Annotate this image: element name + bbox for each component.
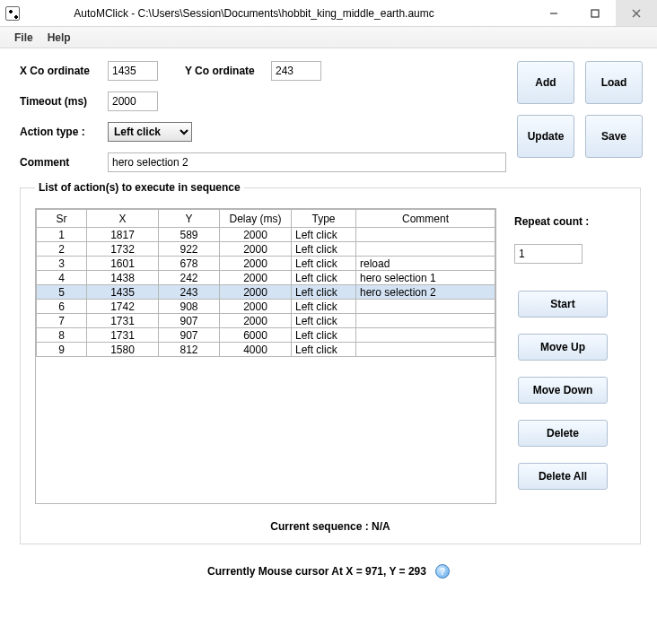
col-type: Type: [292, 210, 356, 228]
cell-type: Left click: [292, 271, 356, 285]
cell-x: 1731: [87, 328, 159, 343]
cursor-status: Currently Mouse cursor At X = 971, Y = 2…: [207, 565, 426, 578]
comment-label: Comment: [20, 156, 108, 169]
timeout-label: Timeout (ms): [20, 95, 108, 108]
cell-y: 242: [159, 271, 220, 285]
col-y: Y: [159, 210, 220, 228]
table-row[interactable]: 118175892000Left click: [37, 228, 495, 242]
delete-button[interactable]: Delete: [518, 420, 608, 447]
cell-y: 908: [159, 300, 220, 314]
cell-delay: 2000: [220, 228, 292, 242]
cell-x: 1601: [87, 257, 159, 271]
save-button[interactable]: Save: [585, 115, 643, 158]
cell-x: 1817: [87, 228, 159, 242]
cell-type: Left click: [292, 328, 356, 343]
cell-type: Left click: [292, 242, 356, 257]
update-button[interactable]: Update: [517, 115, 574, 158]
cell-y: 678: [159, 257, 220, 271]
cell-x: 1732: [87, 242, 159, 257]
repeat-input[interactable]: [514, 244, 583, 264]
cell-delay: 4000: [220, 343, 292, 357]
table-row[interactable]: 617429082000Left click: [37, 300, 495, 314]
table-row[interactable]: 217329222000Left click: [37, 242, 495, 257]
cell-sr: 2: [37, 242, 87, 257]
table-row[interactable]: 316016782000Left clickreload: [37, 257, 495, 271]
cell-comment: [356, 228, 495, 242]
table-row[interactable]: 817319076000Left click: [37, 328, 495, 343]
move-down-button[interactable]: Move Down: [518, 377, 608, 404]
col-comment: Comment: [356, 210, 495, 228]
window-title: AutoMClick - C:\Users\Session\Documents\…: [0, 7, 533, 20]
cell-type: Left click: [292, 228, 356, 242]
load-button[interactable]: Load: [585, 61, 643, 104]
cell-sr: 5: [37, 285, 87, 300]
cell-x: 1435: [87, 285, 159, 300]
cell-comment: reload: [356, 257, 495, 271]
col-x: X: [87, 210, 159, 228]
cell-type: Left click: [292, 285, 356, 300]
cell-x: 1742: [87, 300, 159, 314]
x-input[interactable]: [108, 61, 158, 81]
cell-type: Left click: [292, 300, 356, 314]
menu-file[interactable]: File: [7, 31, 40, 44]
action-list-legend: List of action(s) to execute in sequence: [35, 181, 244, 194]
cell-x: 1731: [87, 314, 159, 328]
cell-sr: 1: [37, 228, 87, 242]
cell-y: 922: [159, 242, 220, 257]
table-header-row: Sr X Y Delay (ms) Type Comment: [37, 210, 495, 228]
action-label: Action type :: [20, 126, 108, 138]
cell-type: Left click: [292, 343, 356, 357]
action-table-wrap: Sr X Y Delay (ms) Type Comment 118175892…: [35, 208, 496, 504]
repeat-label: Repeat count :: [514, 215, 626, 228]
cell-sr: 4: [37, 271, 87, 285]
cell-y: 812: [159, 343, 220, 357]
cell-sr: 6: [37, 300, 87, 314]
cell-sr: 7: [37, 314, 87, 328]
cell-y: 243: [159, 285, 220, 300]
comment-input[interactable]: [108, 152, 506, 172]
cell-y: 589: [159, 228, 220, 242]
cursor-status-line: Currently Mouse cursor At X = 971, Y = 2…: [0, 564, 657, 579]
cell-delay: 2000: [220, 285, 292, 300]
minimize-button[interactable]: [533, 0, 574, 26]
window-buttons: [533, 0, 657, 26]
cell-sr: 3: [37, 257, 87, 271]
cell-delay: 2000: [220, 300, 292, 314]
delete-all-button[interactable]: Delete All: [518, 463, 608, 490]
menu-help[interactable]: Help: [40, 31, 78, 44]
title-bar: AutoMClick - C:\Users\Session\Documents\…: [0, 0, 657, 27]
y-input[interactable]: [271, 61, 321, 81]
y-label: Y Co ordinate: [185, 65, 271, 77]
help-icon[interactable]: ?: [435, 564, 450, 579]
col-delay: Delay (ms): [220, 210, 292, 228]
cell-type: Left click: [292, 257, 356, 271]
svg-rect-1: [591, 10, 599, 17]
col-sr: Sr: [37, 210, 87, 228]
cell-comment: [356, 314, 495, 328]
close-button[interactable]: [616, 0, 657, 26]
cell-delay: 2000: [220, 314, 292, 328]
cell-comment: [356, 300, 495, 314]
cell-comment: hero selection 2: [356, 285, 495, 300]
maximize-button[interactable]: [574, 0, 616, 26]
action-list-group: List of action(s) to execute in sequence…: [20, 181, 641, 544]
add-button[interactable]: Add: [517, 61, 574, 104]
action-type-select[interactable]: Left click: [108, 122, 192, 142]
cell-delay: 2000: [220, 257, 292, 271]
timeout-input[interactable]: [108, 91, 158, 111]
cell-delay: 2000: [220, 271, 292, 285]
table-row[interactable]: 915808124000Left click: [37, 343, 495, 357]
cell-delay: 6000: [220, 328, 292, 343]
move-up-button[interactable]: Move Up: [518, 334, 608, 361]
menu-bar: File Help: [0, 27, 657, 48]
x-label: X Co ordinate: [20, 65, 108, 77]
cell-comment: hero selection 1: [356, 271, 495, 285]
action-table[interactable]: Sr X Y Delay (ms) Type Comment 118175892…: [36, 209, 495, 357]
cell-delay: 2000: [220, 242, 292, 257]
table-row[interactable]: 514352432000Left clickhero selection 2: [37, 285, 495, 300]
cell-y: 907: [159, 328, 220, 343]
cell-type: Left click: [292, 314, 356, 328]
start-button[interactable]: Start: [518, 291, 608, 318]
table-row[interactable]: 414382422000Left clickhero selection 1: [37, 271, 495, 285]
table-row[interactable]: 717319072000Left click: [37, 314, 495, 328]
